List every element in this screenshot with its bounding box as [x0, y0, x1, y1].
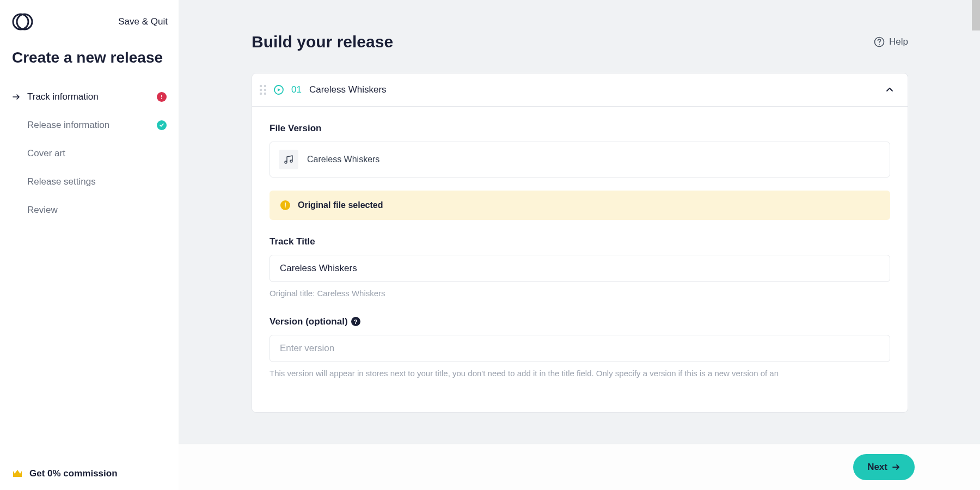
- nav-item-review[interactable]: Review: [5, 196, 173, 224]
- exclamation-icon: [159, 94, 164, 100]
- version-section: Version (optional) ? This version will a…: [270, 316, 890, 380]
- track-body: File Version Careless Whiskers ! Origina…: [252, 107, 908, 412]
- page-header: Build your release Help: [252, 33, 908, 51]
- status-badge-error: [157, 92, 167, 102]
- check-icon: [159, 122, 164, 128]
- version-label-row: Version (optional) ?: [270, 316, 890, 327]
- arrow-right-icon: [892, 463, 901, 471]
- music-icon: [284, 155, 293, 164]
- file-name: Careless Whiskers: [307, 155, 379, 164]
- track-name: Careless Whiskers: [309, 84, 877, 95]
- nav-item-release-settings[interactable]: Release settings: [5, 168, 173, 196]
- nav-item-left: Track information: [12, 91, 99, 102]
- nav-item-label: Track information: [27, 91, 99, 102]
- file-version-label: File Version: [270, 123, 890, 134]
- track-title-input[interactable]: [270, 255, 890, 282]
- file-version-section: File Version Careless Whiskers ! Origina…: [270, 123, 890, 220]
- svg-rect-2: [161, 95, 162, 97]
- track-card: 01 Careless Whiskers File Version Carele…: [252, 73, 908, 413]
- nav-item-left: Review: [12, 205, 58, 216]
- help-badge-icon[interactable]: ?: [351, 317, 360, 326]
- help-label: Help: [889, 36, 908, 47]
- play-icon[interactable]: [274, 85, 284, 95]
- main-content: Build your release Help 01 Careless Whis…: [179, 0, 980, 490]
- warning-banner: ! Original file selected: [270, 191, 890, 220]
- next-button[interactable]: Next: [853, 454, 915, 480]
- sidebar-title: Create a new release: [0, 44, 179, 83]
- svg-point-3: [161, 98, 162, 99]
- nav-item-label: Release settings: [27, 176, 96, 187]
- footer-bar: Next: [179, 444, 980, 490]
- version-label: Version (optional): [270, 316, 348, 327]
- track-title-hint: Original title: Careless Whiskers: [270, 287, 890, 300]
- svg-point-5: [879, 44, 880, 45]
- chevron-up-icon[interactable]: [885, 85, 895, 95]
- version-input[interactable]: [270, 335, 890, 362]
- footer-text: Get 0% commission: [29, 468, 118, 479]
- status-badge-success: [157, 120, 167, 130]
- next-button-label: Next: [867, 462, 887, 473]
- help-icon: [874, 36, 885, 47]
- page-title: Build your release: [252, 33, 393, 51]
- nav-item-label: Review: [27, 205, 58, 216]
- nav-item-track-information[interactable]: Track information: [5, 83, 173, 111]
- sidebar-footer[interactable]: Get 0% commission: [0, 457, 179, 490]
- svg-point-1: [13, 14, 28, 29]
- nav-item-label: Release information: [27, 120, 109, 131]
- file-box[interactable]: Careless Whiskers: [270, 142, 890, 177]
- track-title-section: Track Title Original title: Careless Whi…: [270, 236, 890, 300]
- logo-icon: [12, 11, 34, 33]
- nav-item-label: Cover art: [27, 148, 65, 159]
- nav-item-left: Release settings: [12, 176, 96, 187]
- track-title-label: Track Title: [270, 236, 890, 247]
- track-header[interactable]: 01 Careless Whiskers: [252, 74, 908, 107]
- nav-item-cover-art[interactable]: Cover art: [5, 139, 173, 168]
- track-number: 01: [291, 84, 302, 95]
- nav-list: Track information Release information Co…: [0, 83, 179, 224]
- crown-icon: [12, 469, 23, 479]
- help-link[interactable]: Help: [874, 36, 908, 47]
- warning-icon: !: [280, 200, 290, 210]
- content-wrapper: Build your release Help 01 Careless Whis…: [179, 0, 980, 490]
- arrow-right-icon: [12, 93, 21, 101]
- nav-item-left: Release information: [12, 120, 109, 131]
- nav-item-left: Cover art: [12, 148, 65, 159]
- file-icon-box: [279, 150, 298, 169]
- version-hint: This version will appear in stores next …: [270, 367, 890, 380]
- svg-point-0: [17, 14, 32, 29]
- sidebar: Save & Quit Create a new release Track i…: [0, 0, 179, 490]
- warning-text: Original file selected: [298, 200, 383, 210]
- drag-handle-icon[interactable]: [260, 85, 266, 95]
- sidebar-top: Save & Quit: [0, 0, 179, 44]
- scrollbar-thumb[interactable]: [972, 0, 980, 30]
- save-quit-button[interactable]: Save & Quit: [118, 16, 168, 27]
- nav-item-release-information[interactable]: Release information: [5, 111, 173, 139]
